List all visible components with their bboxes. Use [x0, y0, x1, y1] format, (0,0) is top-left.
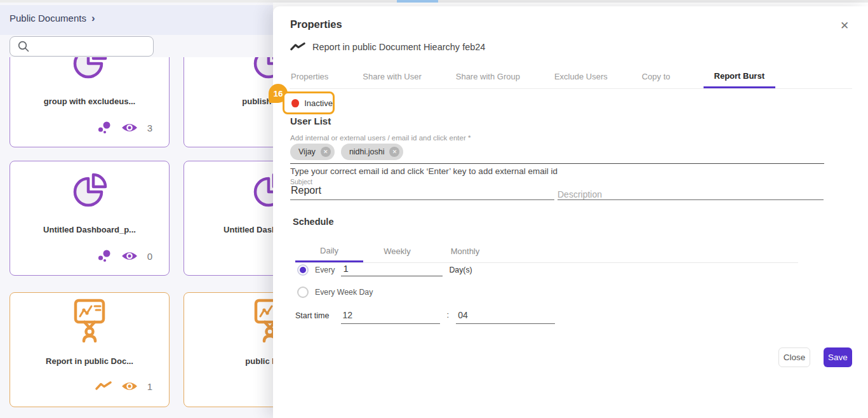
subject-underline [290, 199, 554, 200]
remove-user-icon[interactable]: ✕ [321, 147, 331, 157]
panel-title: Properties [290, 18, 342, 30]
chevron-right-icon: › [91, 13, 95, 24]
close-icon[interactable]: ✕ [837, 18, 852, 33]
start-minute-input[interactable]: 04 [456, 310, 555, 324]
every-label: Every [315, 266, 335, 274]
tab-share-with-user[interactable]: Share with User [361, 65, 422, 88]
report-presentation-icon [184, 298, 273, 345]
every-days-row: Every 1 Day(s) [297, 263, 472, 276]
bubbles-icon [98, 249, 112, 263]
view-count: 3 [147, 123, 152, 133]
document-grid: group with excludeus... 3 publish user..… [0, 57, 273, 418]
eye-icon [121, 122, 138, 133]
document-title[interactable]: publish user... [184, 97, 273, 106]
pie-chart-icon [184, 170, 273, 211]
report-presentation-icon [10, 298, 169, 345]
document-card[interactable]: Untitled Dashboard_p... 0 [10, 161, 170, 276]
document-card[interactable]: Report in public Doc... 1 [10, 292, 170, 407]
search-icon [17, 40, 30, 53]
pie-chart-icon [10, 57, 169, 83]
user-chip: Vijay ✕ [290, 144, 335, 160]
breadcrumb[interactable]: Public Documents › [10, 13, 95, 24]
every-days-radio[interactable] [297, 264, 309, 276]
every-days-input[interactable]: 1 [341, 263, 443, 276]
schedule-tabs: Daily Weekly Monthly [295, 240, 798, 263]
remove-user-icon[interactable]: ✕ [389, 147, 399, 157]
pie-chart-icon [184, 57, 273, 83]
schedule-heading: Schedule [293, 217, 333, 227]
document-title[interactable]: Untitled Dashboard_p... [10, 225, 169, 234]
eye-icon [121, 381, 138, 392]
tab-monthly[interactable]: Monthly [431, 240, 499, 262]
tab-weekly[interactable]: Weekly [363, 240, 431, 262]
external-email-note: Type your correct email id and click ‘En… [290, 166, 558, 176]
every-weekday-row: Every Week Day [297, 287, 373, 298]
start-hour-input[interactable]: 12 [341, 310, 440, 324]
user-chip-label: nidhi.joshi [349, 147, 385, 156]
weekday-label: Every Week Day [315, 288, 373, 297]
pie-chart-icon [10, 170, 169, 211]
document-card[interactable]: publish user... [184, 57, 273, 147]
user-chip: nidhi.joshi ✕ [341, 144, 404, 160]
every-weekday-radio[interactable] [297, 287, 309, 298]
search-input[interactable] [10, 36, 154, 57]
start-time-row: Start time 12 : 04 [295, 310, 555, 324]
tab-daily[interactable]: Daily [295, 240, 363, 262]
view-count: 0 [147, 251, 152, 262]
trend-line-icon [95, 381, 112, 391]
time-separator: : [445, 310, 451, 320]
view-count: 1 [147, 381, 152, 392]
document-name-row: Report in public Document Hiearchy feb24 [290, 42, 485, 52]
user-list-input[interactable]: Vijay ✕ nidhi.joshi ✕ [290, 144, 824, 164]
document-title[interactable]: Report in public Doc... [10, 356, 169, 366]
document-card[interactable]: public Doc... [184, 292, 273, 407]
tab-properties[interactable]: Properties [290, 65, 330, 88]
panel-tabs: Properties Share with User Share with Gr… [290, 65, 852, 89]
subject-field[interactable]: Report [291, 185, 321, 196]
document-card[interactable]: Untitled Dashboard_p... [184, 161, 273, 276]
tab-share-with-group[interactable]: Share with Group [455, 65, 521, 88]
bubbles-icon [98, 121, 112, 135]
user-list-heading: User List [290, 116, 331, 126]
properties-panel: Properties ✕ Report in public Document H… [273, 6, 868, 418]
tab-report-burst[interactable]: Report Burst [704, 65, 775, 88]
user-chip-label: Vijay [298, 147, 316, 156]
trend-line-icon [290, 42, 305, 52]
description-underline [558, 199, 824, 200]
description-field[interactable]: Description [558, 189, 602, 199]
document-name: Report in public Document Hiearchy feb24 [312, 42, 485, 52]
status-toggle-annotation-box[interactable]: Inactive [283, 91, 335, 114]
status-label: Inactive [304, 98, 333, 108]
tab-exclude-users[interactable]: Exclude Users [553, 65, 609, 88]
start-time-label: Start time [295, 310, 330, 320]
document-title[interactable]: public Doc... [184, 356, 273, 366]
inactive-status-dot [291, 99, 299, 107]
eye-icon [121, 250, 138, 262]
breadcrumb-label[interactable]: Public Documents [10, 13, 86, 24]
days-label: Day(s) [449, 266, 472, 274]
document-title[interactable]: group with excludeus... [10, 97, 169, 106]
user-list-helper: Add internal or external users / email i… [290, 134, 471, 142]
document-card[interactable]: group with excludeus... 3 [10, 57, 170, 147]
tab-copy-to[interactable]: Copy to [641, 65, 672, 88]
document-title[interactable]: Untitled Dashboard_p... [184, 225, 273, 234]
save-button[interactable]: Save [824, 347, 852, 367]
close-button[interactable]: Close [778, 347, 810, 367]
scroll-thumb[interactable] [397, 0, 438, 3]
